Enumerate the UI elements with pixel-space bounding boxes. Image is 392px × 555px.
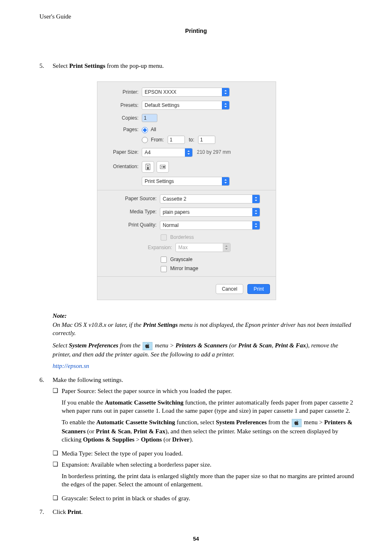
- b1-sub2: To enable the Automatic Cassette Switchi…: [62, 418, 356, 444]
- media-type-select[interactable]: plain papers: [160, 208, 260, 217]
- b1s2d: System Preferences: [216, 419, 267, 426]
- s7a: Click: [53, 509, 67, 515]
- pages-from-input[interactable]: 1: [168, 136, 185, 144]
- pages-range-radio[interactable]: [142, 137, 148, 143]
- pages-to-input[interactable]: 1: [198, 136, 215, 144]
- step-6: 6. Make the following settings.: [39, 376, 356, 384]
- bullet-mark: ❏: [53, 449, 62, 458]
- note2-b: System Preferences: [69, 342, 118, 349]
- svg-point-3: [161, 166, 162, 167]
- print-quality-label: Print Quality:: [115, 222, 160, 228]
- svg-point-1: [148, 165, 149, 166]
- print-button[interactable]: Print: [247, 284, 270, 294]
- note1-b: Print Settings: [143, 321, 178, 328]
- b1s2i: Print & Scan: [96, 428, 130, 435]
- b1s2h: (or: [85, 428, 96, 435]
- b1-sub1: If you enable the Automatic Cassette Swi…: [62, 398, 356, 415]
- chevron-updown-icon: [222, 88, 229, 96]
- b1s2n: >: [134, 436, 141, 443]
- chevron-updown-icon: [222, 177, 229, 185]
- chevron-updown-icon: [252, 221, 260, 229]
- step-6-num: 6.: [39, 376, 53, 384]
- note-body-2: Select System Preferences from the menu …: [53, 341, 356, 358]
- b1s2o: Options: [141, 436, 162, 443]
- s7b: Print: [67, 509, 81, 515]
- note2-a: Select: [53, 342, 69, 349]
- note2-d: menu >: [153, 342, 175, 349]
- s7c: .: [81, 509, 83, 515]
- bullet-grayscale: ❏ Grayscale: Select to print in black or…: [53, 494, 356, 502]
- print-dialog: Printer: EPSON XXXX Presets: Default Set…: [97, 81, 276, 300]
- paper-size-select[interactable]: A4: [142, 148, 193, 157]
- step-5-text-c: from the pop-up menu.: [105, 62, 164, 69]
- bullet-expansion: ❏ Expansion: Available when selecting a …: [53, 460, 356, 492]
- page-header: User's Guide: [39, 12, 71, 21]
- paper-size-label: Paper Size:: [103, 149, 142, 155]
- note-heading: Note:: [53, 312, 356, 320]
- pages-from-label: From:: [151, 137, 164, 143]
- note1-a: On Mac OS X v10.8.x or later, if the: [53, 321, 143, 328]
- step-5-text-bold: Print Settings: [69, 62, 105, 69]
- orientation-label: Orientation:: [103, 163, 142, 170]
- b1s2m: Options & Supplies: [83, 436, 134, 443]
- section-menu-value: Print Settings: [145, 177, 174, 185]
- chevron-updown-icon: [185, 148, 192, 157]
- note2-i: Print & Fax: [275, 342, 306, 349]
- media-type-value: plain papers: [163, 208, 189, 216]
- note2-c: from the: [118, 342, 142, 349]
- copies-label: Copies:: [103, 115, 142, 121]
- expansion-value: Max: [178, 243, 188, 252]
- paper-source-label: Paper Source:: [115, 195, 160, 202]
- step-7: 7. Click Print.: [39, 508, 356, 516]
- orientation-portrait[interactable]: [142, 161, 154, 173]
- chevron-updown-icon: [252, 195, 260, 203]
- printer-select[interactable]: EPSON XXXX: [142, 88, 230, 97]
- b1-text: Paper Source: Select the paper source in…: [62, 388, 232, 394]
- step-5: 5. Select Print Settings from the pop-up…: [39, 62, 356, 70]
- epson-link[interactable]: http://epson.sn: [53, 363, 89, 369]
- bullet-mark: ❏: [53, 460, 62, 492]
- section-menu-select[interactable]: Print Settings: [142, 177, 230, 186]
- print-quality-value: Normal: [163, 221, 179, 229]
- orientation-landscape[interactable]: [157, 161, 169, 173]
- section-title: Printing: [0, 27, 392, 35]
- b1s2p: (or: [162, 436, 172, 443]
- pages-all-radio[interactable]: [142, 127, 148, 133]
- paper-size-dims: 210 by 297 mm: [197, 149, 231, 155]
- presets-select[interactable]: Default Settings: [142, 101, 230, 110]
- grayscale-label: Grayscale: [170, 257, 192, 262]
- step-7-num: 7.: [39, 508, 53, 516]
- borderless-checkbox: [161, 234, 167, 240]
- b1s1b: Automatic Cassette Switching: [105, 399, 184, 406]
- portrait-icon: [145, 164, 151, 170]
- expansion-label: Expansion:: [131, 244, 175, 251]
- step-5-body: Select Print Settings from the pop-up me…: [53, 62, 356, 70]
- b3-sub: In borderless printing, the print data i…: [62, 472, 356, 489]
- step-7-body: Click Print.: [53, 508, 356, 516]
- note2-g: Print & Scan: [238, 342, 272, 349]
- grayscale-checkbox[interactable]: [161, 257, 167, 263]
- apple-menu-icon: [143, 342, 152, 350]
- b1s2r: ).: [189, 436, 193, 443]
- presets-value: Default Settings: [145, 101, 180, 109]
- b1s1a: If you enable the: [62, 399, 105, 406]
- pages-all-label: All: [151, 127, 156, 132]
- mirror-checkbox[interactable]: [161, 266, 167, 272]
- b2-text: Media Type: Select the type of paper you…: [62, 449, 356, 458]
- bullet-mark: ❏: [53, 387, 62, 447]
- step-5-text-a: Select: [53, 62, 69, 69]
- pages-label: Pages:: [103, 126, 142, 133]
- bullet-mark: ❏: [53, 494, 62, 502]
- mirror-label: Mirror Image: [170, 266, 198, 271]
- copies-input[interactable]: 1: [142, 114, 157, 122]
- chevron-updown-icon: [223, 243, 230, 252]
- media-type-label: Media Type:: [115, 208, 160, 215]
- paper-source-select[interactable]: Cassette 2: [160, 194, 260, 204]
- cancel-button[interactable]: Cancel: [216, 284, 243, 294]
- print-quality-select[interactable]: Normal: [160, 221, 260, 230]
- b1s2k: Print & Fax: [134, 428, 165, 435]
- b1s2f: menu >: [302, 419, 324, 426]
- bullet-paper-source: ❏ Paper Source: Select the paper source …: [53, 387, 356, 447]
- b1s2j: ,: [131, 428, 134, 435]
- chevron-updown-icon: [252, 208, 260, 216]
